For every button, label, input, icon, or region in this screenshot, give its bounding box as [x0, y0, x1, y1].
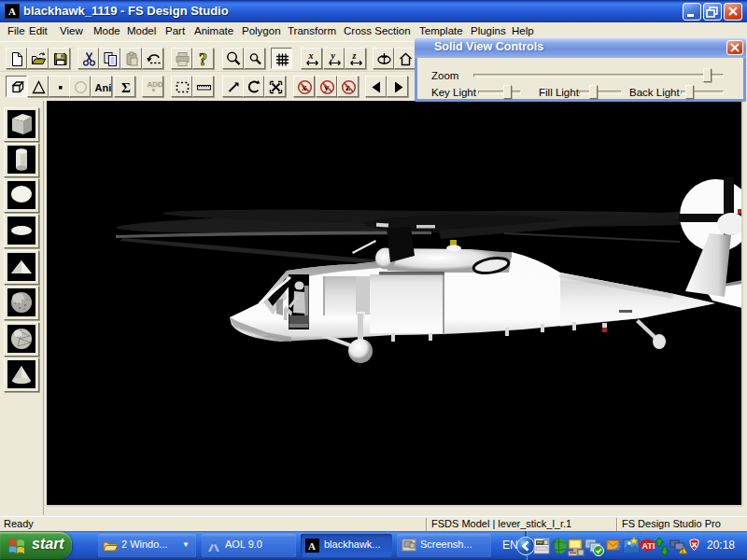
svg-text:?: ? [199, 50, 207, 68]
svg-text:Ani: Ani [95, 82, 112, 93]
svg-text:ADD: ADD [148, 80, 163, 89]
svg-text:!: ! [682, 547, 684, 553]
svg-text:ATI: ATI [642, 541, 655, 551]
svg-text:y: y [331, 50, 336, 61]
svg-text:A: A [308, 540, 316, 552]
svg-text:z: z [352, 50, 357, 61]
svg-text:x: x [308, 50, 314, 61]
svg-text:Σ: Σ [121, 80, 131, 95]
